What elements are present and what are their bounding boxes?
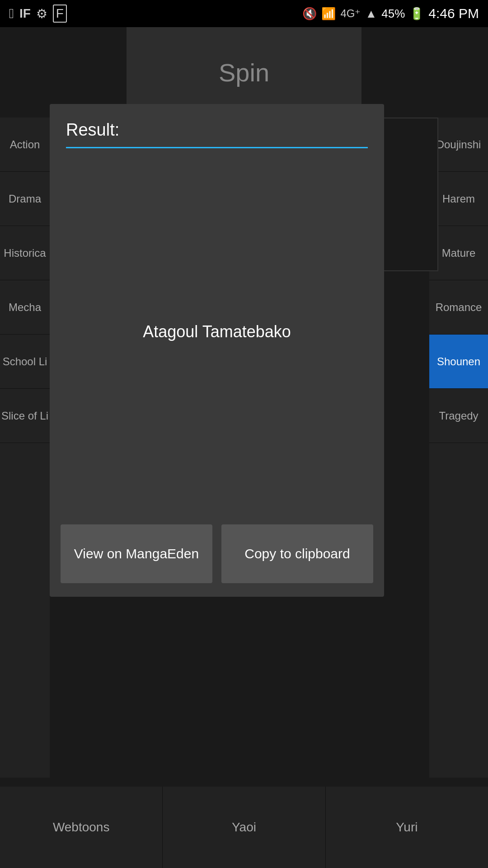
status-bar-left:  IF ⚙ F bbox=[9, 5, 67, 23]
framerate-icon: F bbox=[53, 5, 67, 23]
dialog-header: Result: bbox=[50, 104, 384, 148]
bg-cell-romance: Romance bbox=[429, 280, 488, 335]
status-bar-right: 🔇 📶 4G⁺ ▲ 45% 🔋 4:46 PM bbox=[302, 6, 479, 21]
bg-cell-historical: Historica bbox=[0, 226, 50, 280]
bg-cell-school: School Li bbox=[0, 335, 50, 389]
facebook-icon:  bbox=[9, 6, 14, 21]
bg-cell-action: Action bbox=[0, 118, 50, 172]
network-icon: 4G⁺ bbox=[340, 7, 361, 20]
status-bar:  IF ⚙ F 🔇 📶 4G⁺ ▲ 45% 🔋 4:46 PM bbox=[0, 0, 488, 27]
result-dialog: Result: Atagoul Tamatebako View on Manga… bbox=[50, 104, 384, 597]
bg-cell-drama: Drama bbox=[0, 172, 50, 226]
bg-cell-yuri: Yuri bbox=[326, 787, 488, 868]
bottom-grid: Webtoons Yaoi Yuri bbox=[0, 787, 488, 868]
battery-icon: 🔋 bbox=[409, 7, 424, 21]
copy-to-clipboard-button[interactable]: Copy to clipboard bbox=[221, 524, 373, 583]
signal-icon: ▲ bbox=[365, 7, 377, 21]
spin-title: Spin bbox=[219, 58, 269, 87]
left-strip: Action Drama Historica Mecha School Li S… bbox=[0, 118, 50, 778]
result-text: Atagoul Tamatebako bbox=[143, 322, 291, 341]
battery-percent: 45% bbox=[381, 7, 405, 21]
dialog-actions: View on MangaEden Copy to clipboard bbox=[50, 515, 384, 597]
bg-cell-mecha: Mecha bbox=[0, 280, 50, 335]
bg-cell-webtoons: Webtoons bbox=[0, 787, 163, 868]
bg-cell-yaoi: Yaoi bbox=[163, 787, 325, 868]
bg-cell-slice: Slice of Li bbox=[0, 389, 50, 443]
status-time: 4:46 PM bbox=[428, 6, 479, 21]
if-icon: IF bbox=[19, 6, 31, 21]
dialog-title: Result: bbox=[66, 120, 368, 140]
dialog-content: Atagoul Tamatebako bbox=[50, 148, 384, 515]
bg-cell-shounen: Shounen bbox=[429, 335, 488, 389]
wifi-icon: 📶 bbox=[321, 7, 336, 21]
bg-cell-tragedy: Tragedy bbox=[429, 389, 488, 443]
mute-icon: 🔇 bbox=[302, 7, 317, 21]
view-on-mangaeden-button[interactable]: View on MangaEden bbox=[61, 524, 212, 583]
tune-icon: ⚙ bbox=[36, 6, 47, 21]
